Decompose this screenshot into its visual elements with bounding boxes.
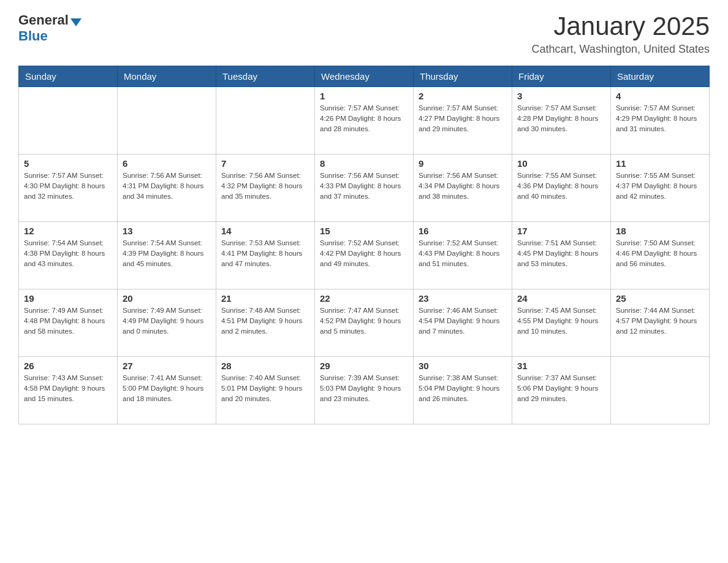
day-info: Sunrise: 7:56 AM Sunset: 4:31 PM Dayligh… (123, 170, 211, 201)
logo-general-text: General (18, 12, 69, 28)
calendar-week-row: 1Sunrise: 7:57 AM Sunset: 4:26 PM Daylig… (19, 87, 710, 155)
calendar-day-cell: 8Sunrise: 7:56 AM Sunset: 4:33 PM Daylig… (315, 155, 414, 222)
logo: General Blue (18, 12, 82, 44)
calendar-day-cell: 21Sunrise: 7:48 AM Sunset: 4:51 PM Dayli… (216, 289, 315, 357)
calendar-week-row: 19Sunrise: 7:49 AM Sunset: 4:48 PM Dayli… (19, 289, 710, 357)
calendar-day-cell: 7Sunrise: 7:56 AM Sunset: 4:32 PM Daylig… (216, 155, 315, 222)
calendar-header: SundayMondayTuesdayWednesdayThursdayFrid… (19, 66, 710, 87)
day-number: 27 (123, 361, 211, 371)
day-info: Sunrise: 7:56 AM Sunset: 4:34 PM Dayligh… (419, 170, 507, 201)
calendar-day-cell: 26Sunrise: 7:43 AM Sunset: 4:58 PM Dayli… (19, 357, 118, 424)
calendar-day-cell: 22Sunrise: 7:47 AM Sunset: 4:52 PM Dayli… (315, 289, 414, 357)
day-number: 26 (24, 361, 112, 371)
day-number: 4 (616, 91, 704, 101)
day-number: 3 (517, 91, 605, 101)
calendar-day-cell: 4Sunrise: 7:57 AM Sunset: 4:29 PM Daylig… (611, 87, 710, 155)
day-info: Sunrise: 7:55 AM Sunset: 4:36 PM Dayligh… (517, 170, 605, 201)
day-number: 6 (123, 158, 211, 169)
calendar-day-cell (19, 87, 118, 155)
day-info: Sunrise: 7:52 AM Sunset: 4:42 PM Dayligh… (320, 238, 408, 269)
day-number: 24 (517, 293, 605, 304)
day-info: Sunrise: 7:53 AM Sunset: 4:41 PM Dayligh… (221, 238, 309, 269)
day-number: 16 (419, 226, 507, 236)
calendar-day-cell: 24Sunrise: 7:45 AM Sunset: 4:55 PM Dayli… (512, 289, 611, 357)
calendar-day-cell (611, 357, 710, 424)
calendar-week-row: 12Sunrise: 7:54 AM Sunset: 4:38 PM Dayli… (19, 222, 710, 289)
day-of-week-header: Sunday (19, 66, 118, 87)
day-number: 15 (320, 226, 408, 236)
calendar-day-cell: 25Sunrise: 7:44 AM Sunset: 4:57 PM Dayli… (611, 289, 710, 357)
calendar-day-cell: 12Sunrise: 7:54 AM Sunset: 4:38 PM Dayli… (19, 222, 118, 289)
calendar-day-cell: 28Sunrise: 7:40 AM Sunset: 5:01 PM Dayli… (216, 357, 315, 424)
day-number: 25 (616, 293, 704, 304)
calendar-day-cell: 9Sunrise: 7:56 AM Sunset: 4:34 PM Daylig… (414, 155, 512, 222)
day-info: Sunrise: 7:37 AM Sunset: 5:06 PM Dayligh… (517, 373, 605, 404)
calendar-day-cell: 5Sunrise: 7:57 AM Sunset: 4:30 PM Daylig… (19, 155, 118, 222)
day-info: Sunrise: 7:40 AM Sunset: 5:01 PM Dayligh… (221, 373, 309, 404)
calendar-week-row: 26Sunrise: 7:43 AM Sunset: 4:58 PM Dayli… (19, 357, 710, 424)
calendar-day-cell: 27Sunrise: 7:41 AM Sunset: 5:00 PM Dayli… (118, 357, 216, 424)
day-number: 18 (616, 226, 704, 236)
calendar-day-cell: 17Sunrise: 7:51 AM Sunset: 4:45 PM Dayli… (512, 222, 611, 289)
calendar-day-cell: 29Sunrise: 7:39 AM Sunset: 5:03 PM Dayli… (315, 357, 414, 424)
day-number: 30 (419, 361, 507, 371)
day-info: Sunrise: 7:49 AM Sunset: 4:49 PM Dayligh… (123, 305, 211, 336)
day-number: 10 (517, 158, 605, 169)
calendar-day-cell: 30Sunrise: 7:38 AM Sunset: 5:04 PM Dayli… (414, 357, 512, 424)
calendar-day-cell: 11Sunrise: 7:55 AM Sunset: 4:37 PM Dayli… (611, 155, 710, 222)
day-number: 1 (320, 91, 408, 101)
day-number: 28 (221, 361, 309, 371)
day-number: 21 (221, 293, 309, 304)
calendar-day-cell (118, 87, 216, 155)
day-info: Sunrise: 7:56 AM Sunset: 4:32 PM Dayligh… (221, 170, 309, 201)
day-info: Sunrise: 7:57 AM Sunset: 4:26 PM Dayligh… (320, 103, 408, 134)
day-info: Sunrise: 7:39 AM Sunset: 5:03 PM Dayligh… (320, 373, 408, 404)
day-number: 17 (517, 226, 605, 236)
logo-triangle-icon (70, 18, 82, 26)
day-info: Sunrise: 7:51 AM Sunset: 4:45 PM Dayligh… (517, 238, 605, 269)
day-number: 13 (123, 226, 211, 236)
day-info: Sunrise: 7:43 AM Sunset: 4:58 PM Dayligh… (24, 373, 112, 404)
day-info: Sunrise: 7:41 AM Sunset: 5:00 PM Dayligh… (123, 373, 211, 404)
calendar-day-cell: 2Sunrise: 7:57 AM Sunset: 4:27 PM Daylig… (414, 87, 512, 155)
calendar-day-cell: 16Sunrise: 7:52 AM Sunset: 4:43 PM Dayli… (414, 222, 512, 289)
day-info: Sunrise: 7:49 AM Sunset: 4:48 PM Dayligh… (24, 305, 112, 336)
day-number: 9 (419, 158, 507, 169)
day-number: 20 (123, 293, 211, 304)
day-info: Sunrise: 7:57 AM Sunset: 4:30 PM Dayligh… (24, 170, 112, 201)
calendar-day-cell: 23Sunrise: 7:46 AM Sunset: 4:54 PM Dayli… (414, 289, 512, 357)
calendar-table: SundayMondayTuesdayWednesdayThursdayFrid… (18, 66, 710, 424)
day-number: 8 (320, 158, 408, 169)
day-info: Sunrise: 7:57 AM Sunset: 4:27 PM Dayligh… (419, 103, 507, 134)
day-number: 19 (24, 293, 112, 304)
day-info: Sunrise: 7:50 AM Sunset: 4:46 PM Dayligh… (616, 238, 704, 269)
day-info: Sunrise: 7:44 AM Sunset: 4:57 PM Dayligh… (616, 305, 704, 336)
day-number: 14 (221, 226, 309, 236)
day-info: Sunrise: 7:38 AM Sunset: 5:04 PM Dayligh… (419, 373, 507, 404)
title-section: January 2025 Cathcart, Washington, Unite… (532, 12, 710, 56)
day-info: Sunrise: 7:46 AM Sunset: 4:54 PM Dayligh… (419, 305, 507, 336)
day-of-week-header: Wednesday (315, 66, 414, 87)
day-of-week-header: Saturday (611, 66, 710, 87)
day-info: Sunrise: 7:55 AM Sunset: 4:37 PM Dayligh… (616, 170, 704, 201)
calendar-day-cell: 3Sunrise: 7:57 AM Sunset: 4:28 PM Daylig… (512, 87, 611, 155)
day-info: Sunrise: 7:54 AM Sunset: 4:38 PM Dayligh… (24, 238, 112, 269)
day-info: Sunrise: 7:48 AM Sunset: 4:51 PM Dayligh… (221, 305, 309, 336)
day-of-week-header: Tuesday (216, 66, 315, 87)
day-info: Sunrise: 7:54 AM Sunset: 4:39 PM Dayligh… (123, 238, 211, 269)
logo-blue-text: Blue (18, 28, 48, 44)
day-info: Sunrise: 7:57 AM Sunset: 4:28 PM Dayligh… (517, 103, 605, 134)
calendar-day-cell: 15Sunrise: 7:52 AM Sunset: 4:42 PM Dayli… (315, 222, 414, 289)
page-subtitle: Cathcart, Washington, United States (532, 43, 710, 56)
calendar-week-row: 5Sunrise: 7:57 AM Sunset: 4:30 PM Daylig… (19, 155, 710, 222)
calendar-day-cell: 10Sunrise: 7:55 AM Sunset: 4:36 PM Dayli… (512, 155, 611, 222)
calendar-day-cell: 20Sunrise: 7:49 AM Sunset: 4:49 PM Dayli… (118, 289, 216, 357)
day-info: Sunrise: 7:52 AM Sunset: 4:43 PM Dayligh… (419, 238, 507, 269)
day-number: 11 (616, 158, 704, 169)
day-number: 22 (320, 293, 408, 304)
page-header: General Blue January 2025 Cathcart, Wash… (18, 12, 710, 56)
calendar-day-cell: 18Sunrise: 7:50 AM Sunset: 4:46 PM Dayli… (611, 222, 710, 289)
calendar-day-cell: 31Sunrise: 7:37 AM Sunset: 5:06 PM Dayli… (512, 357, 611, 424)
calendar-day-cell: 13Sunrise: 7:54 AM Sunset: 4:39 PM Dayli… (118, 222, 216, 289)
day-info: Sunrise: 7:47 AM Sunset: 4:52 PM Dayligh… (320, 305, 408, 336)
